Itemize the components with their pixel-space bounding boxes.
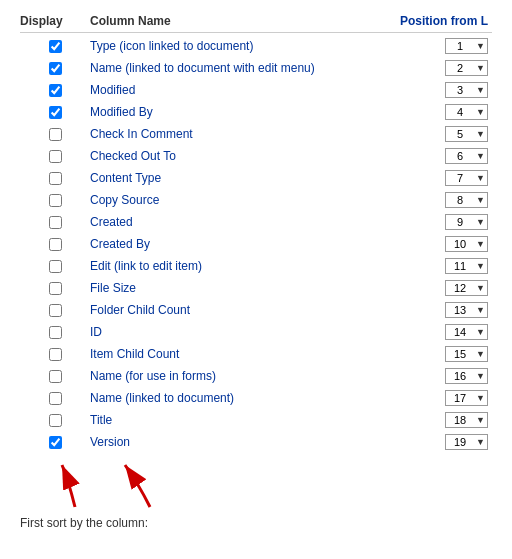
position-select-wrapper-edit-link[interactable]: 11▼ <box>445 258 488 274</box>
position-select-wrapper-checked-out-to[interactable]: 6▼ <box>445 148 488 164</box>
dropdown-arrow-icon: ▼ <box>474 393 487 403</box>
check-cell <box>20 172 90 185</box>
label-name-linked: Name (linked to document) <box>90 391 392 405</box>
header-position: Position from L <box>392 14 492 28</box>
checkbox-name-edit[interactable] <box>49 62 62 75</box>
header-display: Display <box>20 14 90 28</box>
label-edit-link: Edit (link to edit item) <box>90 259 392 273</box>
header-column-name: Column Name <box>90 14 392 28</box>
position-select-wrapper-name-edit[interactable]: 2▼ <box>445 60 488 76</box>
position-select-checked-out-to[interactable]: 6 <box>446 149 474 163</box>
label-type: Type (icon linked to document) <box>90 39 392 53</box>
checkbox-content-type[interactable] <box>49 172 62 185</box>
position-cell-content-type: 7▼ <box>392 170 492 186</box>
table-row: ID14▼ <box>20 321 492 343</box>
table-row: Name (linked to document)17▼ <box>20 387 492 409</box>
label-modified-by: Modified By <box>90 105 392 119</box>
checkbox-id[interactable] <box>49 326 62 339</box>
label-item-child-count: Item Child Count <box>90 347 392 361</box>
dropdown-arrow-icon: ▼ <box>474 195 487 205</box>
position-select-wrapper-id[interactable]: 14▼ <box>445 324 488 340</box>
label-checked-out-to: Checked Out To <box>90 149 392 163</box>
label-version: Version <box>90 435 392 449</box>
arrows-svg <box>20 457 270 512</box>
check-cell <box>20 260 90 273</box>
position-select-wrapper-type[interactable]: 1▼ <box>445 38 488 54</box>
position-cell-name-edit: 2▼ <box>392 60 492 76</box>
dropdown-arrow-icon: ▼ <box>474 173 487 183</box>
dropdown-arrow-icon: ▼ <box>474 305 487 315</box>
position-cell-modified-by: 4▼ <box>392 104 492 120</box>
position-select-name-edit[interactable]: 2 <box>446 61 474 75</box>
position-select-wrapper-folder-child-count[interactable]: 13▼ <box>445 302 488 318</box>
position-select-title[interactable]: 18 <box>446 413 474 427</box>
checkbox-item-child-count[interactable] <box>49 348 62 361</box>
position-select-version[interactable]: 19 <box>446 435 474 449</box>
position-select-wrapper-created-by[interactable]: 10▼ <box>445 236 488 252</box>
position-select-name-forms[interactable]: 16 <box>446 369 474 383</box>
position-select-created-by[interactable]: 10 <box>446 237 474 251</box>
position-cell-name-linked: 17▼ <box>392 390 492 406</box>
checkbox-checked-out-to[interactable] <box>49 150 62 163</box>
position-select-wrapper-name-forms[interactable]: 16▼ <box>445 368 488 384</box>
position-select-wrapper-copy-source[interactable]: 8▼ <box>445 192 488 208</box>
position-cell-modified: 3▼ <box>392 82 492 98</box>
dropdown-arrow-icon: ▼ <box>474 151 487 161</box>
position-select-file-size[interactable]: 12 <box>446 281 474 295</box>
position-select-modified-by[interactable]: 4 <box>446 105 474 119</box>
position-select-item-child-count[interactable]: 15 <box>446 347 474 361</box>
position-cell-version: 19▼ <box>392 434 492 450</box>
position-cell-item-child-count: 15▼ <box>392 346 492 362</box>
checkbox-version[interactable] <box>49 436 62 449</box>
dropdown-arrow-icon: ▼ <box>474 327 487 337</box>
position-select-wrapper-content-type[interactable]: 7▼ <box>445 170 488 186</box>
position-select-wrapper-item-child-count[interactable]: 15▼ <box>445 346 488 362</box>
checkbox-file-size[interactable] <box>49 282 62 295</box>
label-content-type: Content Type <box>90 171 392 185</box>
table-row: Checked Out To6▼ <box>20 145 492 167</box>
position-select-id[interactable]: 14 <box>446 325 474 339</box>
table-row: Version19▼ <box>20 431 492 453</box>
check-cell <box>20 194 90 207</box>
position-select-wrapper-version[interactable]: 19▼ <box>445 434 488 450</box>
checkbox-created[interactable] <box>49 216 62 229</box>
check-cell <box>20 40 90 53</box>
position-select-edit-link[interactable]: 11 <box>446 259 474 273</box>
checkbox-modified[interactable] <box>49 84 62 97</box>
position-select-wrapper-title[interactable]: 18▼ <box>445 412 488 428</box>
checkbox-type[interactable] <box>49 40 62 53</box>
checkbox-name-forms[interactable] <box>49 370 62 383</box>
checkbox-modified-by[interactable] <box>49 106 62 119</box>
checkbox-folder-child-count[interactable] <box>49 304 62 317</box>
table-row: Name (for use in forms)16▼ <box>20 365 492 387</box>
position-cell-title: 18▼ <box>392 412 492 428</box>
position-cell-created-by: 10▼ <box>392 236 492 252</box>
position-select-wrapper-check-in-comment[interactable]: 5▼ <box>445 126 488 142</box>
position-select-check-in-comment[interactable]: 5 <box>446 127 474 141</box>
label-copy-source: Copy Source <box>90 193 392 207</box>
position-select-created[interactable]: 9 <box>446 215 474 229</box>
position-select-type[interactable]: 1 <box>446 39 474 53</box>
position-select-wrapper-file-size[interactable]: 12▼ <box>445 280 488 296</box>
checkbox-name-linked[interactable] <box>49 392 62 405</box>
check-cell <box>20 238 90 251</box>
check-cell <box>20 216 90 229</box>
check-cell <box>20 348 90 361</box>
position-select-content-type[interactable]: 7 <box>446 171 474 185</box>
position-select-wrapper-created[interactable]: 9▼ <box>445 214 488 230</box>
position-select-wrapper-name-linked[interactable]: 17▼ <box>445 390 488 406</box>
checkbox-created-by[interactable] <box>49 238 62 251</box>
position-select-name-linked[interactable]: 17 <box>446 391 474 405</box>
position-cell-file-size: 12▼ <box>392 280 492 296</box>
checkbox-edit-link[interactable] <box>49 260 62 273</box>
checkbox-copy-source[interactable] <box>49 194 62 207</box>
position-select-folder-child-count[interactable]: 13 <box>446 303 474 317</box>
checkbox-title[interactable] <box>49 414 62 427</box>
position-select-wrapper-modified-by[interactable]: 4▼ <box>445 104 488 120</box>
check-cell <box>20 282 90 295</box>
table-row: Modified By4▼ <box>20 101 492 123</box>
checkbox-check-in-comment[interactable] <box>49 128 62 141</box>
position-select-modified[interactable]: 3 <box>446 83 474 97</box>
position-select-copy-source[interactable]: 8 <box>446 193 474 207</box>
position-select-wrapper-modified[interactable]: 3▼ <box>445 82 488 98</box>
